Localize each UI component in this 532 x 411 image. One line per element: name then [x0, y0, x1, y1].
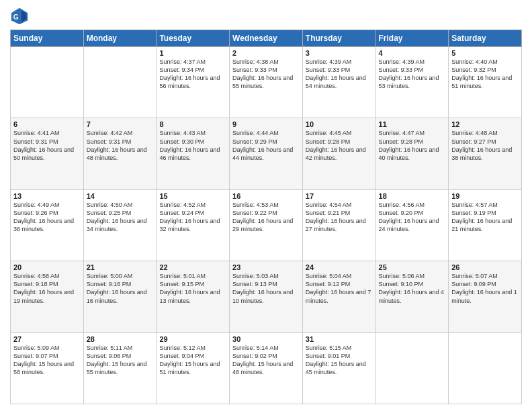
day-cell: 25Sunrise: 5:06 AM Sunset: 9:10 PM Dayli… [375, 261, 449, 332]
day-info: Sunrise: 4:45 AM Sunset: 9:28 PM Dayligh… [306, 129, 373, 162]
day-number: 30 [232, 335, 300, 343]
day-info: Sunrise: 4:43 AM Sunset: 9:30 PM Dayligh… [159, 129, 226, 162]
day-cell: 1Sunrise: 4:37 AM Sunset: 9:34 PM Daylig… [157, 47, 230, 118]
day-number: 8 [159, 120, 226, 128]
day-number: 11 [379, 120, 446, 128]
day-number: 6 [13, 120, 81, 128]
day-cell: 27Sunrise: 5:09 AM Sunset: 9:07 PM Dayli… [11, 332, 84, 404]
day-info: Sunrise: 4:42 AM Sunset: 9:31 PM Dayligh… [87, 129, 154, 162]
day-cell: 17Sunrise: 4:54 AM Sunset: 9:21 PM Dayli… [302, 189, 375, 261]
day-info: Sunrise: 5:09 AM Sunset: 9:07 PM Dayligh… [13, 344, 81, 377]
day-info: Sunrise: 5:00 AM Sunset: 9:16 PM Dayligh… [87, 272, 154, 305]
weekday-header-friday: Friday [375, 30, 449, 47]
day-cell: 4Sunrise: 4:39 AM Sunset: 9:33 PM Daylig… [375, 47, 449, 118]
week-row-4: 20Sunrise: 4:58 AM Sunset: 9:18 PM Dayli… [11, 261, 522, 332]
day-info: Sunrise: 4:39 AM Sunset: 9:33 PM Dayligh… [379, 58, 446, 91]
page: G SundayMondayTuesdayWednesdayThursdayFr… [0, 0, 532, 411]
weekday-header-tuesday: Tuesday [157, 30, 230, 47]
day-number: 5 [451, 49, 519, 57]
day-cell: 20Sunrise: 4:58 AM Sunset: 9:18 PM Dayli… [11, 261, 84, 332]
day-cell: 13Sunrise: 4:49 AM Sunset: 9:26 PM Dayli… [11, 189, 84, 261]
day-number: 12 [451, 120, 519, 128]
day-cell: 5Sunrise: 4:40 AM Sunset: 9:32 PM Daylig… [449, 47, 522, 118]
day-number: 4 [379, 49, 446, 57]
day-cell: 30Sunrise: 5:14 AM Sunset: 9:02 PM Dayli… [230, 332, 303, 404]
day-cell: 15Sunrise: 4:52 AM Sunset: 9:24 PM Dayli… [157, 189, 230, 261]
day-cell: 29Sunrise: 5:12 AM Sunset: 9:04 PM Dayli… [157, 332, 230, 404]
day-cell: 7Sunrise: 4:42 AM Sunset: 9:31 PM Daylig… [83, 118, 157, 189]
day-cell [449, 332, 522, 404]
day-info: Sunrise: 5:03 AM Sunset: 9:13 PM Dayligh… [232, 272, 300, 305]
day-cell: 11Sunrise: 4:47 AM Sunset: 9:28 PM Dayli… [375, 118, 449, 189]
weekday-header-saturday: Saturday [449, 30, 522, 47]
day-number: 13 [13, 192, 81, 200]
day-info: Sunrise: 5:12 AM Sunset: 9:04 PM Dayligh… [159, 344, 226, 377]
day-cell: 6Sunrise: 4:41 AM Sunset: 9:31 PM Daylig… [11, 118, 84, 189]
day-info: Sunrise: 4:53 AM Sunset: 9:22 PM Dayligh… [232, 201, 300, 234]
day-cell: 14Sunrise: 4:50 AM Sunset: 9:25 PM Dayli… [83, 189, 157, 261]
day-number: 14 [87, 192, 154, 200]
weekday-header-row: SundayMondayTuesdayWednesdayThursdayFrid… [11, 30, 522, 47]
day-cell: 22Sunrise: 5:01 AM Sunset: 9:15 PM Dayli… [157, 261, 230, 332]
day-cell: 19Sunrise: 4:57 AM Sunset: 9:19 PM Dayli… [449, 189, 522, 261]
calendar-table: SundayMondayTuesdayWednesdayThursdayFrid… [10, 30, 522, 404]
day-info: Sunrise: 5:11 AM Sunset: 9:06 PM Dayligh… [87, 344, 154, 377]
day-number: 28 [87, 335, 154, 343]
day-cell [11, 47, 84, 118]
day-number: 24 [306, 263, 373, 271]
day-number: 10 [306, 120, 373, 128]
day-cell: 9Sunrise: 4:44 AM Sunset: 9:29 PM Daylig… [230, 118, 303, 189]
day-cell: 2Sunrise: 4:38 AM Sunset: 9:33 PM Daylig… [230, 47, 303, 118]
day-info: Sunrise: 4:48 AM Sunset: 9:27 PM Dayligh… [451, 129, 519, 162]
day-cell [83, 47, 157, 118]
day-cell: 3Sunrise: 4:39 AM Sunset: 9:33 PM Daylig… [302, 47, 375, 118]
day-info: Sunrise: 4:39 AM Sunset: 9:33 PM Dayligh… [306, 58, 373, 91]
day-info: Sunrise: 5:01 AM Sunset: 9:15 PM Dayligh… [159, 272, 226, 305]
day-info: Sunrise: 5:15 AM Sunset: 9:01 PM Dayligh… [306, 344, 373, 377]
day-number: 25 [379, 263, 446, 271]
day-cell: 31Sunrise: 5:15 AM Sunset: 9:01 PM Dayli… [302, 332, 375, 404]
day-cell: 21Sunrise: 5:00 AM Sunset: 9:16 PM Dayli… [83, 261, 157, 332]
day-number: 15 [159, 192, 226, 200]
day-number: 19 [451, 192, 519, 200]
day-number: 27 [13, 335, 81, 343]
day-info: Sunrise: 4:58 AM Sunset: 9:18 PM Dayligh… [13, 272, 81, 305]
week-row-5: 27Sunrise: 5:09 AM Sunset: 9:07 PM Dayli… [11, 332, 522, 404]
day-number: 29 [159, 335, 226, 343]
weekday-header-thursday: Thursday [302, 30, 375, 47]
day-cell: 8Sunrise: 4:43 AM Sunset: 9:30 PM Daylig… [157, 118, 230, 189]
day-cell [375, 332, 449, 404]
day-cell: 16Sunrise: 4:53 AM Sunset: 9:22 PM Dayli… [230, 189, 303, 261]
weekday-header-monday: Monday [83, 30, 157, 47]
week-row-1: 1Sunrise: 4:37 AM Sunset: 9:34 PM Daylig… [11, 47, 522, 118]
day-number: 20 [13, 263, 81, 271]
svg-text:G: G [13, 13, 19, 21]
day-cell: 26Sunrise: 5:07 AM Sunset: 9:09 PM Dayli… [449, 261, 522, 332]
day-cell: 18Sunrise: 4:56 AM Sunset: 9:20 PM Dayli… [375, 189, 449, 261]
week-row-2: 6Sunrise: 4:41 AM Sunset: 9:31 PM Daylig… [11, 118, 522, 189]
day-cell: 24Sunrise: 5:04 AM Sunset: 9:12 PM Dayli… [302, 261, 375, 332]
day-cell: 23Sunrise: 5:03 AM Sunset: 9:13 PM Dayli… [230, 261, 303, 332]
day-number: 31 [306, 335, 373, 343]
day-info: Sunrise: 4:56 AM Sunset: 9:20 PM Dayligh… [379, 201, 446, 234]
day-number: 26 [451, 263, 519, 271]
day-info: Sunrise: 4:49 AM Sunset: 9:26 PM Dayligh… [13, 201, 81, 234]
day-info: Sunrise: 4:37 AM Sunset: 9:34 PM Dayligh… [159, 58, 226, 91]
day-info: Sunrise: 4:52 AM Sunset: 9:24 PM Dayligh… [159, 201, 226, 234]
day-number: 1 [159, 49, 226, 57]
day-info: Sunrise: 5:07 AM Sunset: 9:09 PM Dayligh… [451, 272, 519, 305]
day-cell: 12Sunrise: 4:48 AM Sunset: 9:27 PM Dayli… [449, 118, 522, 189]
day-info: Sunrise: 5:04 AM Sunset: 9:12 PM Dayligh… [306, 272, 373, 305]
day-info: Sunrise: 4:44 AM Sunset: 9:29 PM Dayligh… [232, 129, 300, 162]
week-row-3: 13Sunrise: 4:49 AM Sunset: 9:26 PM Dayli… [11, 189, 522, 261]
day-number: 16 [232, 192, 300, 200]
logo: G [10, 7, 32, 26]
day-number: 18 [379, 192, 446, 200]
day-number: 9 [232, 120, 300, 128]
logo-icon: G [10, 7, 29, 26]
weekday-header-sunday: Sunday [11, 30, 84, 47]
day-cell: 10Sunrise: 4:45 AM Sunset: 9:28 PM Dayli… [302, 118, 375, 189]
day-info: Sunrise: 5:14 AM Sunset: 9:02 PM Dayligh… [232, 344, 300, 377]
day-info: Sunrise: 4:41 AM Sunset: 9:31 PM Dayligh… [13, 129, 81, 162]
day-number: 2 [232, 49, 300, 57]
